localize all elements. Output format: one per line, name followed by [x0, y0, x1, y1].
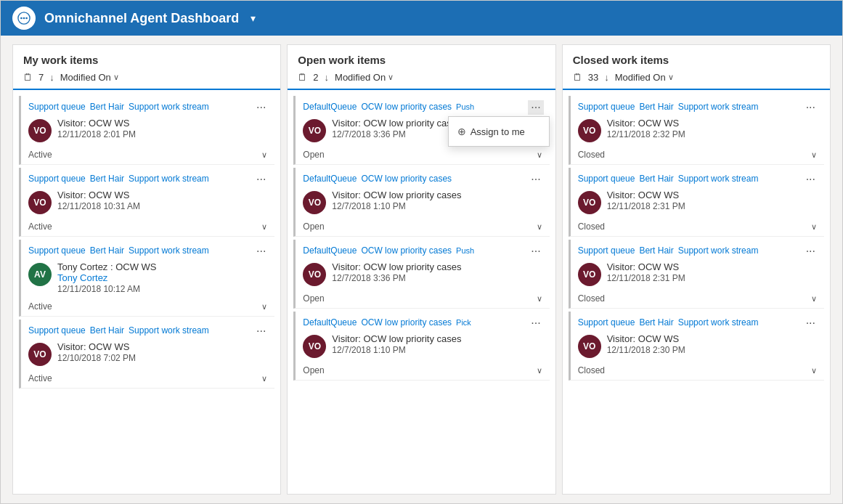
card-expand-icon[interactable]: ∨	[537, 222, 542, 232]
card-name: Visitor: OCW WS	[607, 333, 817, 344]
card-expand-icon[interactable]: ∨	[811, 366, 817, 375]
my-work-items-toolbar: 🗒 7 ↓ Modified On ∨	[23, 72, 270, 83]
closed-work-items-toolbar: 🗒 33 ↓ Modified On ∨	[573, 72, 820, 83]
tag-support-queue[interactable]: Support queue	[28, 102, 86, 112]
tag-bert-hair[interactable]: Bert Hair	[639, 317, 673, 328]
open-work-items-sort[interactable]: Modified On ∨	[335, 72, 394, 83]
card-expand-icon[interactable]: ∨	[261, 374, 267, 383]
tag-work-stream[interactable]: Support work stream	[678, 245, 759, 256]
open-work-items-toolbar: 🗒 2 ↓ Modified On ∨	[298, 72, 545, 83]
sort-chevron-icon[interactable]: ∨	[113, 73, 119, 82]
card-expand-icon[interactable]: ∨	[261, 302, 267, 312]
card-mwi-3: Support queue Bert Hair Support work str…	[19, 240, 274, 317]
card-date: 12/7/2018 3:36 PM	[332, 273, 542, 283]
tag-support-queue[interactable]: Support queue	[28, 174, 86, 184]
card-footer: Closed ∨	[571, 290, 824, 308]
closed-work-items-sort[interactable]: Modified On ∨	[615, 72, 674, 83]
tag-work-stream[interactable]: Support work stream	[678, 317, 759, 328]
tag-bert-hair[interactable]: Bert Hair	[90, 174, 124, 184]
sort-desc-icon[interactable]: ↓	[325, 72, 330, 83]
header-dropdown-chevron[interactable]: ▾	[251, 12, 256, 24]
app-container: Omnichannel Agent Dashboard ▾ My work it…	[0, 0, 843, 504]
sort-chevron-icon[interactable]: ∨	[668, 73, 674, 82]
tag-work-stream[interactable]: Support work stream	[129, 325, 209, 336]
card-more-button[interactable]: ···	[803, 244, 818, 259]
card-footer: Open ∨	[296, 147, 549, 164]
card-more-button[interactable]: ···	[528, 172, 543, 187]
tag-support-queue[interactable]: Support queue	[578, 102, 635, 112]
card-agent-link[interactable]: Tony Cortez	[57, 272, 267, 283]
sort-desc-icon[interactable]: ↓	[49, 72, 54, 83]
tag-bert-hair[interactable]: Bert Hair	[639, 245, 673, 256]
card-more-button[interactable]: ···	[803, 316, 818, 330]
tag-bert-hair[interactable]: Bert Hair	[639, 102, 673, 112]
card-mwi-2: Support queue Bert Hair Support work str…	[19, 168, 274, 237]
sort-desc-icon[interactable]: ↓	[604, 72, 609, 83]
card-date: 12/11/2018 10:12 AM	[57, 284, 267, 294]
tag-ocw-cases[interactable]: OCW low priority cases	[361, 245, 452, 256]
tag-bert-hair[interactable]: Bert Hair	[90, 325, 124, 336]
card-more-button[interactable]: ···	[803, 172, 818, 187]
card-more-button[interactable]: ···	[528, 100, 543, 115]
card-date: 12/10/2018 7:02 PM	[57, 353, 267, 363]
card-expand-icon[interactable]: ∨	[811, 222, 817, 232]
tag-work-stream[interactable]: Support work stream	[129, 174, 209, 184]
card-more-button[interactable]: ···	[253, 324, 269, 338]
card-tags: Support queue Bert Hair Support work str…	[21, 320, 274, 338]
my-work-items-sort[interactable]: Modified On ∨	[60, 72, 119, 83]
my-work-items-cards: Support queue Bert Hair Support work str…	[13, 90, 280, 494]
card-more-button[interactable]: ···	[253, 172, 269, 187]
card-more-button[interactable]: ···	[803, 100, 818, 115]
card-date: 12/7/2018 1:10 PM	[332, 345, 542, 355]
tag-default-queue[interactable]: DefaultQueue	[303, 174, 357, 184]
card-name: Visitor: OCW low priority cases	[332, 261, 542, 272]
tag-work-stream[interactable]: Support work stream	[678, 174, 759, 184]
tag-ocw-cases[interactable]: OCW low priority cases	[361, 174, 452, 184]
card-expand-icon[interactable]: ∨	[811, 294, 817, 304]
card-footer: Active ∨	[21, 298, 274, 316]
card-more-button[interactable]: ···	[253, 100, 269, 115]
card-expand-icon[interactable]: ∨	[811, 150, 817, 160]
tag-work-stream[interactable]: Support work stream	[678, 102, 759, 112]
tag-ocw-cases[interactable]: OCW low priority cases	[361, 317, 452, 328]
card-expand-icon[interactable]: ∨	[261, 150, 267, 160]
sort-chevron-icon[interactable]: ∨	[388, 73, 394, 82]
tag-work-stream[interactable]: Support work stream	[129, 245, 209, 256]
card-footer: Closed ∨	[571, 362, 824, 380]
card-name: Visitor: OCW WS	[57, 190, 267, 200]
card-body: AV Tony Cortez : OCW WS Tony Cortez 12/1…	[21, 259, 274, 298]
tag-bert-hair[interactable]: Bert Hair	[639, 174, 673, 184]
edit-icon: 🗒	[573, 72, 582, 83]
tag-support-queue[interactable]: Support queue	[578, 245, 635, 256]
tag-support-queue[interactable]: Support queue	[28, 325, 86, 336]
avatar: VO	[303, 263, 326, 286]
card-name: Tony Cortez : OCW WS	[57, 261, 267, 272]
closed-work-items-column: Closed work items 🗒 33 ↓ Modified On ∨ S…	[562, 44, 831, 495]
card-tags: Support queue Bert Hair Support work str…	[571, 96, 824, 115]
tag-support-queue[interactable]: Support queue	[578, 174, 635, 184]
svg-point-2	[23, 17, 25, 20]
assign-to-me-button[interactable]: ⊕ Assign to me	[449, 120, 549, 143]
card-more-button[interactable]: ···	[528, 316, 543, 330]
tag-support-queue[interactable]: Support queue	[28, 245, 86, 256]
tag-default-queue[interactable]: DefaultQueue	[303, 245, 357, 256]
tag-work-stream[interactable]: Support work stream	[129, 102, 209, 112]
card-expand-icon[interactable]: ∨	[261, 222, 267, 232]
card-owi-1: DefaultQueue OCW low priority cases Push…	[293, 96, 549, 165]
tag-default-queue[interactable]: DefaultQueue	[303, 102, 357, 112]
card-more-button[interactable]: ···	[253, 244, 269, 259]
card-status: Open	[303, 150, 324, 160]
card-owi-3: DefaultQueue OCW low priority cases Push…	[293, 240, 549, 309]
avatar: VO	[28, 191, 52, 214]
tag-ocw-cases[interactable]: OCW low priority cases	[361, 102, 452, 112]
tag-bert-hair[interactable]: Bert Hair	[90, 245, 124, 256]
card-more-button[interactable]: ···	[528, 244, 543, 259]
card-expand-icon[interactable]: ∨	[537, 366, 542, 375]
card-expand-icon[interactable]: ∨	[537, 294, 542, 304]
tag-support-queue[interactable]: Support queue	[578, 317, 635, 328]
card-info: Visitor: OCW WS 12/10/2018 7:02 PM	[57, 341, 267, 363]
card-status: Active	[28, 373, 52, 383]
card-expand-icon[interactable]: ∨	[537, 150, 542, 160]
tag-default-queue[interactable]: DefaultQueue	[303, 317, 357, 328]
tag-bert-hair[interactable]: Bert Hair	[90, 102, 124, 112]
